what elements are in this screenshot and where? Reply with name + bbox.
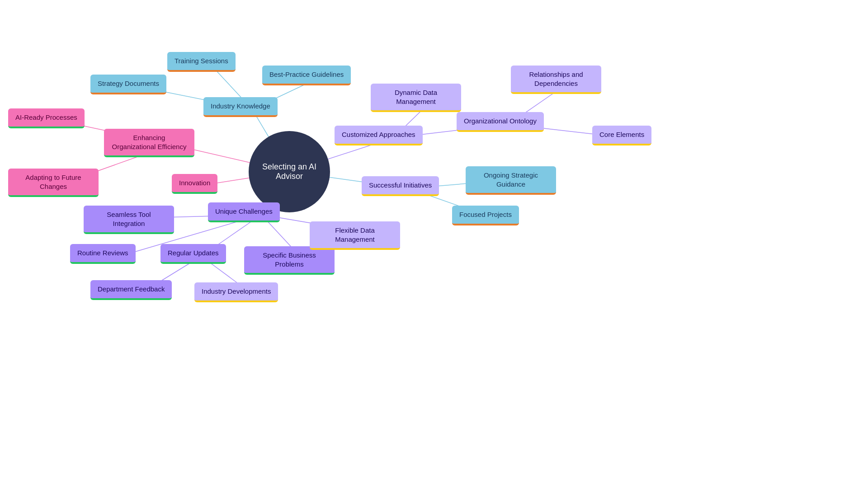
seamless-tool-node: Seamless Tool Integration: [84, 206, 174, 234]
unique-challenges-node: Unique Challenges: [208, 202, 280, 222]
customized-approaches-node: Customized Approaches: [335, 126, 423, 145]
industry-dev-node: Industry Developments: [194, 282, 278, 302]
dynamic-data-node: Dynamic Data Management: [371, 84, 461, 112]
focused-projects-node: Focused Projects: [452, 206, 519, 225]
successful-initiatives-node: Successful Initiatives: [362, 176, 439, 196]
innovation-node: Innovation: [172, 174, 217, 194]
strategy-documents-node: Strategy Documents: [90, 75, 166, 94]
routine-reviews-node: Routine Reviews: [70, 244, 136, 264]
relationships-node: Relationships and Dependencies: [511, 66, 601, 94]
org-ontology-node: Organizational Ontology: [457, 112, 544, 132]
best-practice-node: Best-Practice Guidelines: [262, 66, 351, 85]
training-sessions-node: Training Sessions: [167, 52, 236, 72]
ongoing-strategic-node: Ongoing Strategic Guidance: [466, 166, 556, 195]
regular-updates-node: Regular Updates: [160, 244, 226, 264]
flexible-data-node: Flexible Data Management: [310, 221, 400, 250]
ai-ready-node: AI-Ready Processes: [8, 108, 85, 128]
enhancing-org-node: Enhancing Organizational Efficiency: [104, 129, 194, 157]
core-elements-node: Core Elements: [592, 126, 651, 145]
adapting-future-node: Adapting to Future Changes: [8, 169, 99, 197]
specific-business-node: Specific Business Problems: [244, 246, 335, 275]
department-feedback-node: Department Feedback: [90, 280, 172, 300]
industry-knowledge-node: Industry Knowledge: [203, 97, 278, 117]
